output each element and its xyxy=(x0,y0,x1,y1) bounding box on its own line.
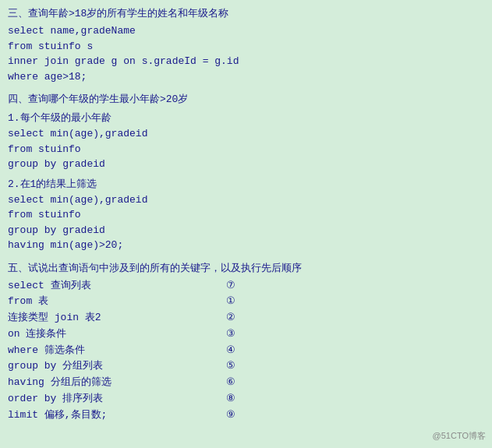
keyword-row: 连接类型 join 表2② xyxy=(8,310,484,326)
keyword-num: ② xyxy=(226,310,484,326)
sub-code-2: select min(age),gradeid from stuinfo gro… xyxy=(8,192,484,253)
section-5-title: 五、试说出查询语句中涉及到的所有的关键字，以及执行先后顺序 xyxy=(8,261,484,275)
section-3-code: select name,gradeName from stuinfo s inn… xyxy=(8,23,484,84)
keyword-word: having 分组后的筛选 xyxy=(8,375,226,391)
keyword-word: order by 排序列表 xyxy=(8,391,226,407)
keyword-row: where 筛选条件④ xyxy=(8,343,484,359)
keyword-num: ⑨ xyxy=(226,407,484,424)
sub-code-1: select min(age),gradeid from stuinfo gro… xyxy=(8,126,484,172)
keyword-num: ③ xyxy=(226,326,484,343)
section-3: 三、查询年龄>18岁的所有学生的姓名和年级名称 select name,grad… xyxy=(8,6,484,84)
section-4-title: 四、查询哪个年级的学生最小年龄>20岁 xyxy=(8,92,484,106)
keyword-num: ① xyxy=(226,294,484,310)
keyword-row: order by 排序列表⑧ xyxy=(8,391,484,407)
keyword-word: limit 偏移,条目数; xyxy=(8,407,226,424)
keyword-word: group by 分组列表 xyxy=(8,358,226,375)
keyword-row: having 分组后的筛选⑥ xyxy=(8,375,484,391)
keywords-table: select 查询列表⑦from 表①连接类型 join 表2②on 连接条件③… xyxy=(8,278,484,424)
watermark: @51CTO博客 xyxy=(433,430,486,442)
keyword-row: on 连接条件③ xyxy=(8,326,484,343)
keyword-num: ④ xyxy=(226,343,484,359)
keyword-row: limit 偏移,条目数;⑨ xyxy=(8,407,484,424)
keyword-num: ⑥ xyxy=(226,375,484,391)
sub-title-2: 2.在1的结果上筛选 xyxy=(8,177,484,191)
keyword-num: ⑦ xyxy=(226,278,484,295)
keywords-container: select 查询列表⑦from 表①连接类型 join 表2②on 连接条件③… xyxy=(8,278,484,424)
keyword-word: where 筛选条件 xyxy=(8,343,226,359)
keyword-word: from 表 xyxy=(8,294,226,310)
sub-title-1: 1.每个年级的最小年龄 xyxy=(8,111,484,125)
section-5: 五、试说出查询语句中涉及到的所有的关键字，以及执行先后顺序 select 查询列… xyxy=(8,261,484,424)
keyword-word: on 连接条件 xyxy=(8,326,226,343)
keyword-row: select 查询列表⑦ xyxy=(8,278,484,295)
keyword-row: group by 分组列表⑤ xyxy=(8,358,484,375)
keyword-word: 连接类型 join 表2 xyxy=(8,310,226,326)
page-container: 三、查询年龄>18岁的所有学生的姓名和年级名称 select name,grad… xyxy=(8,6,484,424)
section-3-title: 三、查询年龄>18岁的所有学生的姓名和年级名称 xyxy=(8,6,484,20)
keyword-row: from 表① xyxy=(8,294,484,310)
keyword-num: ⑤ xyxy=(226,358,484,375)
keyword-word: select 查询列表 xyxy=(8,278,226,295)
keyword-num: ⑧ xyxy=(226,391,484,407)
section-4: 四、查询哪个年级的学生最小年龄>20岁 1.每个年级的最小年龄 select m… xyxy=(8,92,484,253)
